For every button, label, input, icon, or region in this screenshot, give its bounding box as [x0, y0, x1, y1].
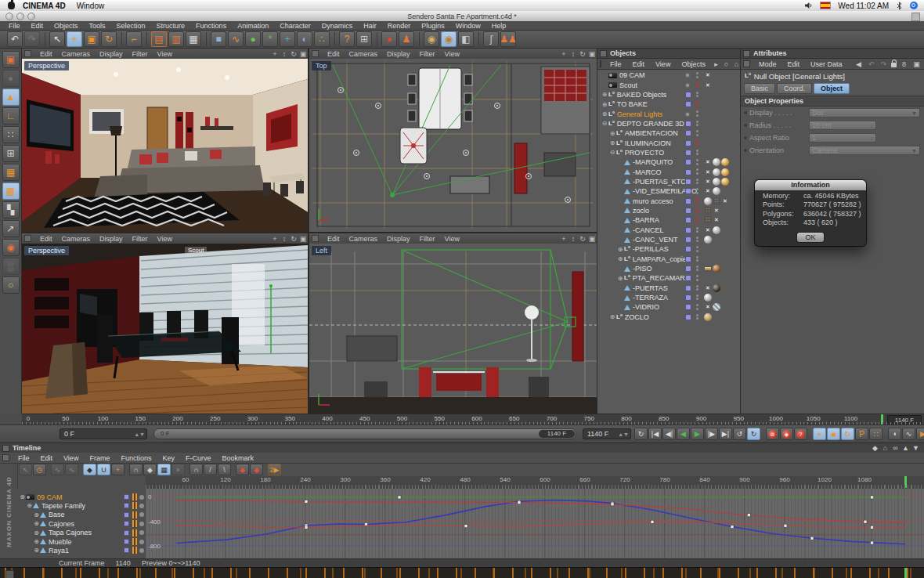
apple-menu-icon[interactable]: [8, 2, 15, 9]
add-primitive-button[interactable]: ■: [211, 31, 226, 47]
compositing-tag[interactable]: [713, 216, 720, 224]
material-brown-tag[interactable]: [713, 265, 720, 273]
keyframe-summary-track[interactable]: [0, 567, 924, 578]
visibility-dot[interactable]: [139, 522, 144, 526]
stepper-arrows-icon[interactable]: ↕: [871, 135, 874, 141]
visibility-dots[interactable]: [696, 227, 698, 234]
layer-chip[interactable]: [685, 159, 691, 165]
object-row[interactable]: -PUERTAS_KTCH: [597, 177, 740, 186]
cycle-button[interactable]: ↻: [634, 428, 648, 440]
compositing-tag[interactable]: [721, 197, 729, 205]
add-hypernurbs-button[interactable]: ●: [245, 31, 261, 47]
expander-icon[interactable]: ⊕: [616, 255, 624, 262]
previous-key-button[interactable]: ◀|: [662, 428, 676, 440]
timeline-snap-magnet[interactable]: U: [97, 464, 110, 475]
viewport-menu-cameras[interactable]: Cameras: [57, 235, 96, 243]
layer-chip[interactable]: [685, 169, 691, 175]
material-white-tag[interactable]: [704, 294, 712, 302]
make-preview-button[interactable]: ▶: [916, 428, 924, 440]
next-key-button[interactable]: |▶: [705, 428, 718, 440]
make-editable-button[interactable]: ▣: [2, 51, 20, 68]
object-row[interactable]: -VID_ESMERILADO: [597, 186, 740, 196]
toggle-view-icon[interactable]: ▣: [587, 235, 597, 243]
toggle-view-icon[interactable]: ▣: [298, 50, 308, 58]
object-row[interactable]: zoclo: [597, 206, 740, 215]
timeline-track[interactable]: ⊕Mueble: [17, 537, 146, 546]
visibility-dot[interactable]: [139, 530, 144, 535]
viewport-menu-view[interactable]: View: [153, 235, 177, 243]
material-white-tag[interactable]: [713, 226, 720, 234]
key-position-toggle[interactable]: +: [813, 428, 826, 440]
viewport-left[interactable]: EditCamerasDisplayFilterView+↕↻▣: [309, 233, 597, 414]
play-forward-button[interactable]: ▶: [691, 428, 704, 440]
visibility-dots[interactable]: [696, 314, 698, 321]
layer-chip[interactable]: [124, 503, 129, 508]
slider-knob[interactable]: 1140 F: [539, 430, 575, 438]
rotate-tool[interactable]: ↻: [101, 31, 117, 47]
visibility-dots[interactable]: [696, 101, 698, 108]
start-frame-field[interactable]: 0 F▲▼: [60, 428, 147, 439]
timeline-key-clock[interactable]: ◆: [83, 464, 96, 475]
timeline-menu-view[interactable]: View: [58, 453, 84, 463]
dolly-view-icon[interactable]: ↕: [280, 50, 289, 58]
timeline-menu-f-curve[interactable]: F-Curve: [180, 453, 217, 463]
viewport-menu-cameras[interactable]: Cameras: [345, 50, 383, 58]
field-orientation[interactable]: Camera▼: [809, 146, 920, 155]
menu-animation[interactable]: Animation: [232, 21, 274, 31]
viewport-menu-edit[interactable]: Edit: [35, 50, 57, 58]
key-snapshot-icon[interactable]: ◆: [870, 444, 880, 452]
key-toggle-icon[interactable]: [132, 493, 137, 500]
layer-chip[interactable]: [685, 256, 691, 262]
material-white-tag[interactable]: [713, 178, 720, 186]
material-tan-tag[interactable]: [704, 313, 712, 321]
previous-object-icon[interactable]: ◀: [854, 60, 864, 68]
paint-material-button[interactable]: ◉: [424, 31, 439, 47]
current-frame-field[interactable]: 1140 F▲▼: [583, 428, 631, 439]
snap-settings-button[interactable]: ▒: [2, 258, 20, 275]
record-rotation-button[interactable]: ?: [794, 428, 807, 440]
memory-icon[interactable]: 8: [899, 60, 909, 68]
layer-chip[interactable]: [685, 198, 691, 204]
viewport-grip-icon[interactable]: [24, 50, 31, 57]
material-glass-tag[interactable]: [713, 303, 720, 311]
uvw-tag[interactable]: [704, 207, 712, 215]
menu-structure[interactable]: Structure: [151, 21, 191, 31]
object-row[interactable]: -MARQUITO: [597, 157, 740, 167]
expander-icon[interactable]: ⊕: [33, 547, 40, 554]
compositing-tag[interactable]: [704, 158, 712, 166]
expander-icon[interactable]: ⊕: [33, 529, 40, 536]
object-row[interactable]: ⊖LºDEPTO GRANDE 3D: [597, 119, 740, 128]
objects-menu-objects[interactable]: Objects: [676, 60, 711, 69]
panel-grip-icon[interactable]: [2, 445, 9, 452]
goto-end-button[interactable]: ▶|: [719, 428, 732, 440]
viewport-label[interactable]: Perspective: [24, 61, 69, 70]
loop-mode-button[interactable]: ↻: [747, 428, 760, 440]
expander-icon[interactable]: ⊕: [601, 91, 608, 98]
material-white-tag[interactable]: [713, 187, 720, 195]
viewport-canvas-top[interactable]: Top: [309, 59, 597, 232]
input-language-flag-icon[interactable]: [820, 2, 831, 9]
scale-tool[interactable]: ▣: [84, 31, 99, 47]
coordinates-manager-button[interactable]: ⊞: [356, 31, 372, 47]
viewport-grip-icon[interactable]: [312, 50, 319, 57]
history-forward-icon[interactable]: ↷: [879, 60, 889, 68]
visibility-dots[interactable]: [696, 130, 698, 137]
toggle-view-icon[interactable]: ▣: [298, 235, 308, 243]
layer-chip[interactable]: [124, 512, 129, 518]
object-row[interactable]: -TERRAZA: [597, 293, 740, 302]
key-toggle-icon[interactable]: [132, 511, 137, 518]
compositing-tag[interactable]: [704, 168, 712, 176]
history-back-icon[interactable]: ↶: [866, 60, 876, 68]
visibility-dots[interactable]: [696, 159, 698, 166]
pan-view-icon[interactable]: +: [270, 235, 280, 243]
layer-chip[interactable]: [685, 237, 691, 243]
help-tool-button[interactable]: ?: [339, 31, 355, 47]
toolbar-toggle-icon[interactable]: [911, 13, 920, 21]
undo-button[interactable]: ↶: [7, 31, 23, 47]
field-display[interactable]: Dot▼: [809, 108, 920, 117]
layer-chip[interactable]: [685, 285, 691, 291]
frame-ruler[interactable]: 1140 F 050100150200250300350400450500550…: [22, 414, 924, 425]
visibility-dots[interactable]: [696, 81, 698, 89]
volume-icon[interactable]: [804, 2, 813, 9]
panel-grip-icon[interactable]: [743, 50, 750, 57]
